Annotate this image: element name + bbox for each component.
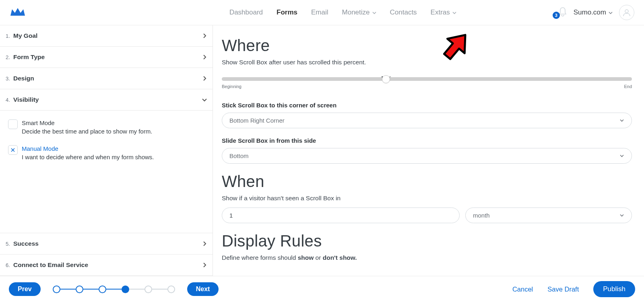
step-title: Design bbox=[13, 75, 34, 82]
text: or bbox=[314, 254, 322, 261]
stepper-dot[interactable] bbox=[76, 286, 83, 293]
save-draft-button[interactable]: Save Draft bbox=[547, 286, 579, 293]
checkbox-empty[interactable] bbox=[8, 119, 18, 129]
where-subtext: Show Scroll Box after user has scrolled … bbox=[222, 59, 632, 66]
cancel-button[interactable]: Cancel bbox=[512, 286, 533, 293]
chevron-down-icon bbox=[372, 11, 376, 15]
nav-label: Extras bbox=[431, 8, 450, 16]
checkbox-selected[interactable] bbox=[8, 145, 18, 155]
stepper-dot[interactable] bbox=[99, 286, 106, 293]
nav-label: Email bbox=[311, 8, 328, 16]
stepper-bar bbox=[152, 289, 167, 290]
chevron-right-icon bbox=[202, 33, 207, 38]
avatar[interactable] bbox=[619, 5, 634, 20]
nav-label: Forms bbox=[277, 8, 297, 16]
mode-title: Manual Mode bbox=[22, 145, 154, 152]
step-form-type[interactable]: 2. Form Type bbox=[0, 47, 213, 68]
mode-title: Smart Mode bbox=[22, 119, 152, 126]
stepper-bar bbox=[83, 289, 99, 290]
chevron-down-icon bbox=[619, 117, 624, 124]
step-number: 5. bbox=[6, 241, 10, 247]
step-number: 6. bbox=[6, 262, 10, 268]
visibility-step-body: Smart Mode Decide the best time and plac… bbox=[0, 111, 213, 233]
visibility-mode-smart[interactable]: Smart Mode Decide the best time and plac… bbox=[8, 119, 204, 136]
when-subtext: Show if a visitor hasn't seen a Scroll B… bbox=[222, 195, 632, 202]
notification-badge: 3 bbox=[553, 12, 560, 19]
text-bold: don't show. bbox=[323, 254, 357, 261]
chevron-down-icon bbox=[619, 212, 624, 219]
text-bold: show bbox=[298, 254, 314, 261]
chevron-right-icon bbox=[202, 241, 207, 246]
when-unit-select[interactable]: month bbox=[465, 207, 632, 223]
slider-begin-label: Beginning bbox=[222, 84, 242, 89]
section-heading-where: Where bbox=[222, 37, 632, 55]
step-title: Visibility bbox=[13, 96, 39, 103]
nav-label: Dashboard bbox=[229, 8, 263, 16]
chevron-down-icon bbox=[609, 11, 613, 15]
step-design[interactable]: 3. Design bbox=[0, 68, 213, 89]
stepper-bar bbox=[129, 289, 144, 290]
section-heading-when: When bbox=[222, 173, 632, 191]
visibility-mode-manual[interactable]: Manual Mode I want to decide where and w… bbox=[8, 145, 204, 162]
notifications-button[interactable]: 3 bbox=[558, 7, 567, 18]
step-visibility[interactable]: 4. Visibility bbox=[0, 89, 213, 111]
stepper-dot[interactable] bbox=[144, 286, 152, 293]
slider-thumb[interactable] bbox=[382, 75, 390, 83]
when-count-input[interactable] bbox=[222, 207, 460, 223]
chevron-right-icon bbox=[202, 263, 207, 267]
nav-forms[interactable]: Forms bbox=[277, 8, 297, 16]
step-title: Form Type bbox=[13, 53, 45, 60]
stick-corner-select[interactable]: Bottom Right Corner bbox=[222, 113, 632, 128]
x-icon bbox=[10, 148, 15, 152]
scroll-percent-slider[interactable] bbox=[222, 77, 632, 81]
nav-email[interactable]: Email bbox=[311, 8, 328, 16]
stick-corner-label: Stick Scroll Box to this corner of scree… bbox=[222, 102, 632, 109]
publish-button[interactable]: Publish bbox=[593, 281, 635, 297]
step-connect-email[interactable]: 6. Connect to Email Service bbox=[0, 255, 213, 276]
step-title: My Goal bbox=[13, 32, 37, 39]
chevron-right-icon bbox=[202, 76, 207, 81]
step-number: 1. bbox=[6, 33, 10, 39]
chevron-down-icon bbox=[202, 97, 207, 102]
stepper-bar bbox=[106, 289, 122, 290]
step-number: 2. bbox=[6, 54, 10, 60]
logo-crown[interactable] bbox=[10, 4, 26, 21]
progress-stepper bbox=[53, 286, 175, 293]
mode-desc: Decide the best time and place to show m… bbox=[22, 127, 152, 136]
step-title: Connect to Email Service bbox=[13, 261, 88, 268]
step-number: 3. bbox=[6, 76, 10, 82]
select-value: month bbox=[473, 212, 490, 219]
top-nav: Dashboard Forms Email Monetize Contacts … bbox=[229, 8, 456, 16]
nav-extras[interactable]: Extras bbox=[431, 8, 456, 16]
nav-contacts[interactable]: Contacts bbox=[390, 8, 417, 16]
slider-end-label: End bbox=[624, 84, 632, 89]
stepper-bar bbox=[60, 289, 76, 290]
account-dropdown[interactable]: Sumo.com bbox=[574, 8, 613, 16]
svg-point-0 bbox=[625, 10, 628, 13]
nav-dashboard[interactable]: Dashboard bbox=[229, 8, 263, 16]
stepper-dot[interactable] bbox=[53, 286, 60, 293]
select-value: Bottom Right Corner bbox=[229, 117, 285, 124]
account-name: Sumo.com bbox=[574, 8, 606, 16]
rules-description: Define where forms should show or don't … bbox=[222, 254, 632, 261]
chevron-down-icon bbox=[452, 11, 456, 15]
chevron-down-icon bbox=[619, 152, 624, 159]
next-button[interactable]: Next bbox=[187, 282, 219, 296]
slide-side-label: Slide Scroll Box in from this side bbox=[222, 137, 632, 144]
stepper-dot-current[interactable] bbox=[122, 286, 129, 293]
prev-button[interactable]: Prev bbox=[9, 282, 41, 296]
select-value: Bottom bbox=[229, 152, 249, 159]
step-my-goal[interactable]: 1. My Goal bbox=[0, 25, 213, 47]
mode-desc: I want to decide where and when my form … bbox=[22, 153, 154, 162]
stepper-dot[interactable] bbox=[167, 286, 175, 293]
chevron-right-icon bbox=[202, 55, 207, 60]
nav-monetize[interactable]: Monetize bbox=[342, 8, 376, 16]
step-success[interactable]: 5. Success bbox=[0, 233, 213, 255]
slide-side-select[interactable]: Bottom bbox=[222, 148, 632, 164]
text: Define where forms should bbox=[222, 254, 298, 261]
nav-label: Monetize bbox=[342, 8, 370, 16]
nav-label: Contacts bbox=[390, 8, 417, 16]
step-number: 4. bbox=[6, 97, 10, 103]
step-title: Success bbox=[13, 240, 39, 247]
section-heading-rules: Display Rules bbox=[222, 232, 632, 250]
